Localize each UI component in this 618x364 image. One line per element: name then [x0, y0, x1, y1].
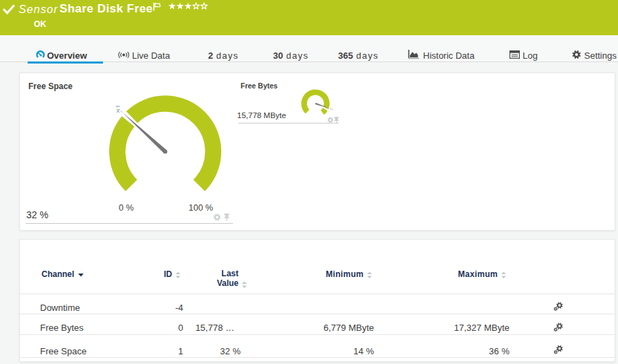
- svg-text:x: x: [116, 106, 120, 114]
